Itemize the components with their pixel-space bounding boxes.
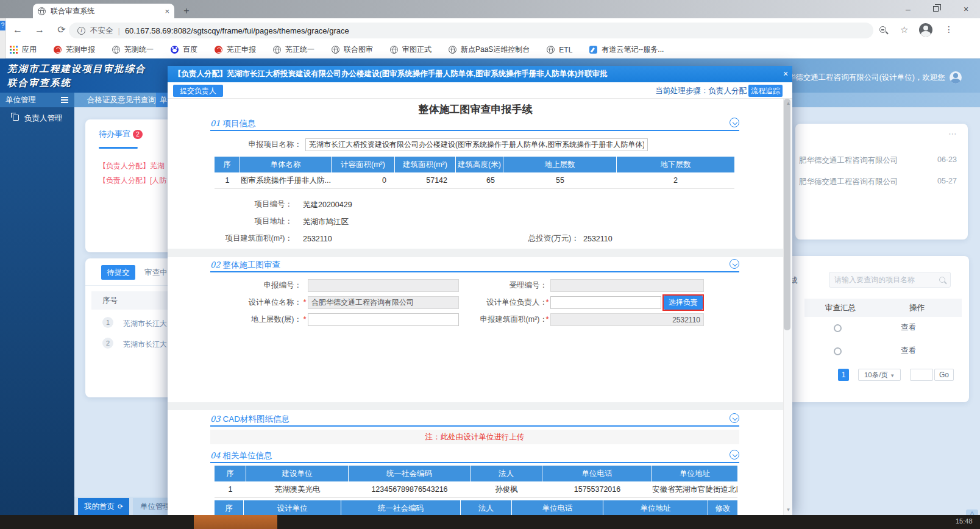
section-04-header: 04相关单位信息 — [210, 450, 739, 462]
section-title: CAD材料图纸信息 — [223, 414, 290, 424]
bookmark-baidu[interactable]: 百度 — [171, 44, 197, 55]
scroll-down-icon[interactable]: ▼ — [784, 505, 793, 515]
th: 单位电话 — [542, 466, 652, 481]
review-summary-radio[interactable] — [834, 324, 842, 332]
page-info-icon[interactable]: i — [77, 27, 85, 35]
construction-unit-table: 序 建设单位 统一社会编码 法人 单位电话 单位地址 1 芜湖澳美光电 1234… — [215, 466, 737, 515]
url-omnibox[interactable]: i 不安全 | 60.167.58.69:8082/sgtscqy/frame/… — [69, 23, 873, 38]
section-03-header: 03CAD材料图纸信息 — [210, 413, 739, 425]
review-summary-radio[interactable] — [834, 347, 842, 355]
submit-manager-button[interactable]: 提交负责人 — [173, 85, 223, 97]
project-addr-value: 芜湖市鸠江区 — [303, 217, 349, 227]
bookmark-paas-console[interactable]: 新点PaaS运维控制台 — [449, 44, 530, 55]
modal-scrollbar[interactable]: ▲ ▼ — [783, 99, 792, 515]
bookmark-etl[interactable]: ETL — [547, 46, 572, 54]
bookmark-youdao-note[interactable]: 有道云笔记--服务... — [589, 44, 664, 55]
taskbar-app-button[interactable] — [194, 515, 277, 529]
tab-certificate-query[interactable]: 合格证及意见书查询 — [87, 93, 156, 107]
project-search-box[interactable] — [829, 272, 951, 288]
th: 统一社会编码 — [349, 466, 470, 481]
back-icon[interactable]: ← — [10, 22, 26, 38]
collapse-menu-icon[interactable] — [61, 97, 68, 98]
user-avatar[interactable] — [950, 71, 962, 83]
collapse-section-icon[interactable] — [730, 259, 739, 269]
apps-grid-icon — [10, 46, 12, 48]
bookmark-apps[interactable]: 应用 — [10, 44, 37, 55]
project-addr-label: 项目地址： — [210, 215, 293, 228]
notice-item-name[interactable]: 肥华德交通工程咨询有限公司 — [799, 155, 898, 166]
td: 123456789876543216 — [349, 481, 470, 498]
task-row-link[interactable]: 芜湖市长江大 — [123, 339, 167, 350]
page-size-select[interactable]: 10条/页 ▼ — [858, 369, 901, 381]
td: 2 — [617, 172, 734, 189]
tab-my-home[interactable]: 我的首页 ⟳ — [78, 498, 129, 515]
tab-todo[interactable]: 待办事宜2 — [99, 128, 143, 140]
task-row-link[interactable]: 芜湖市长江大 — [123, 319, 167, 329]
col-review-summary: 审查汇总 — [825, 299, 856, 317]
zoom-out-icon[interactable] — [879, 26, 886, 33]
tab-close-icon[interactable]: × — [165, 7, 169, 16]
bookmark-star-icon[interactable]: ☆ — [900, 24, 908, 35]
notice-item-name[interactable]: 肥华德交通工程咨询有限公司 — [799, 177, 898, 187]
project-search-input[interactable] — [834, 275, 939, 284]
forward-icon[interactable]: → — [32, 22, 48, 38]
todo-item[interactable]: 【负责人分配】[人防 — [99, 176, 166, 186]
td: 图审系统操作手册非人防... — [240, 172, 332, 189]
todo-tab-label: 待办事宜 — [99, 129, 130, 138]
scroll-up-icon[interactable]: ▲ — [784, 99, 793, 108]
collapse-section-icon[interactable] — [730, 413, 739, 423]
bookmark-wuce-tongyi[interactable]: 芜测统一 — [112, 44, 154, 55]
baidu-paw-icon — [171, 46, 179, 54]
choose-manager-button[interactable]: 选择负责 — [664, 296, 703, 310]
url-text: 60.167.58.69:8082/sgtscqy/frame/fui/page… — [125, 26, 349, 35]
tab-partial[interactable]: 单 — [156, 93, 168, 107]
tab-pending-submit[interactable]: 待提交 — [101, 265, 135, 280]
page-jump-input[interactable] — [910, 369, 933, 381]
bookmark-wuzheng-tongyi[interactable]: 芜正统一 — [273, 44, 314, 55]
th: 地下层数 — [617, 157, 734, 172]
bookmark-wuce-shenbao[interactable]: 芜测申报 — [54, 44, 95, 55]
sidebar-item-manager-mgmt[interactable]: 负责人管理 — [0, 111, 74, 126]
th: 建设单位 — [246, 466, 349, 481]
new-tab-button[interactable]: + — [180, 5, 193, 17]
section-number: 01 — [210, 119, 221, 128]
refresh-icon[interactable]: ⟳ — [118, 498, 123, 515]
section-underline — [210, 130, 739, 131]
td: 0 — [332, 172, 395, 189]
design-leader-label: 设计单位负责人： — [427, 296, 547, 309]
project-name-input[interactable] — [305, 138, 648, 151]
bookmark-lianhe-tushen[interactable]: 联合图审 — [332, 44, 373, 55]
browser-tab[interactable]: 联合审查系统 × — [33, 4, 174, 18]
required-mark: * — [302, 312, 308, 327]
welcome-text: 华德交通工程咨询有限公司(设计单位)，欢迎您 — [788, 73, 945, 83]
assign-manager-modal: 【负责人分配】芜湖市长江大桥投资建设有限公司办公楼建设(图审系统操作手册人防单体… — [168, 66, 792, 515]
page-number-button[interactable]: 1 — [838, 369, 849, 381]
collapse-section-icon[interactable] — [730, 450, 739, 460]
profile-avatar[interactable] — [919, 23, 932, 37]
design-leader-input[interactable] — [550, 296, 661, 309]
window-restore-button[interactable] — [933, 6, 939, 12]
window-close-button[interactable]: × — [952, 0, 980, 18]
collapse-section-icon[interactable] — [730, 118, 739, 127]
reload-icon[interactable]: ⟳ — [54, 22, 69, 38]
modal-close-icon[interactable]: × — [779, 66, 792, 82]
view-link[interactable]: 查看 — [901, 346, 916, 356]
search-icon[interactable] — [939, 277, 945, 283]
bookmark-wuzheng-shenbao[interactable]: 芜正申报 — [215, 44, 256, 55]
process-trace-button[interactable]: 流程追踪 — [748, 85, 783, 97]
tab-title: 联合审查系统 — [51, 6, 160, 16]
scrollbar-thumb[interactable] — [784, 99, 790, 330]
browser-menu-icon[interactable]: ⋮ — [945, 24, 953, 34]
view-link[interactable]: 查看 — [901, 322, 916, 333]
declare-area-input — [550, 313, 704, 326]
section-title: 项目信息 — [223, 119, 256, 128]
globe-icon — [112, 46, 120, 54]
more-menu-icon[interactable]: ⋯ — [948, 129, 958, 138]
page-go-button[interactable]: Go — [934, 369, 954, 381]
bookmark-shentu-zhengshi[interactable]: 审图正式 — [390, 44, 431, 55]
th: 建筑高度(米) — [456, 157, 503, 172]
sidebar-header-unit-mgmt[interactable]: 单位管理 — [0, 93, 74, 107]
todo-item[interactable]: 【负责人分配】芜湖 — [99, 161, 165, 171]
th: 建筑面积(m²) — [395, 157, 456, 172]
window-minimize-button[interactable]: – — [894, 0, 922, 18]
